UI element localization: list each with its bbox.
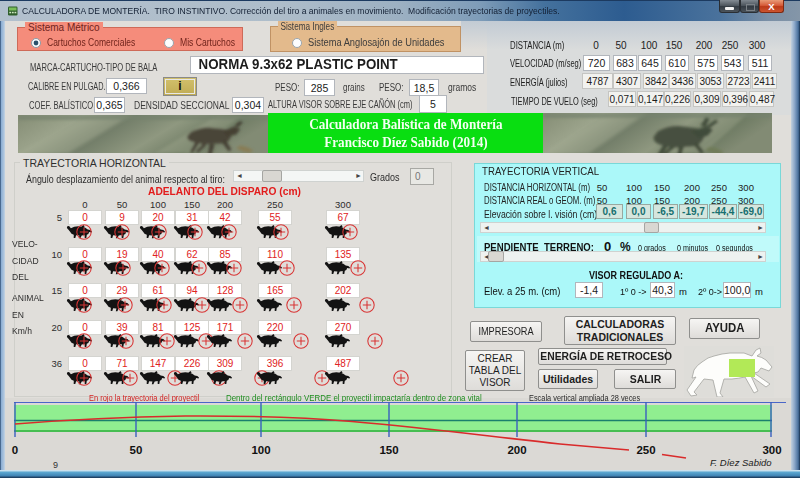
- svg-text:250: 250: [636, 444, 655, 456]
- svg-text:9: 9: [53, 460, 58, 470]
- svg-text:200: 200: [507, 444, 526, 456]
- svg-text:50: 50: [130, 444, 143, 456]
- svg-text:300: 300: [762, 444, 781, 456]
- svg-text:0: 0: [12, 444, 18, 456]
- svg-text:150: 150: [379, 444, 398, 456]
- svg-text:100: 100: [251, 444, 270, 456]
- svg-text:F. Díez Sabido: F. Díez Sabido: [710, 457, 772, 468]
